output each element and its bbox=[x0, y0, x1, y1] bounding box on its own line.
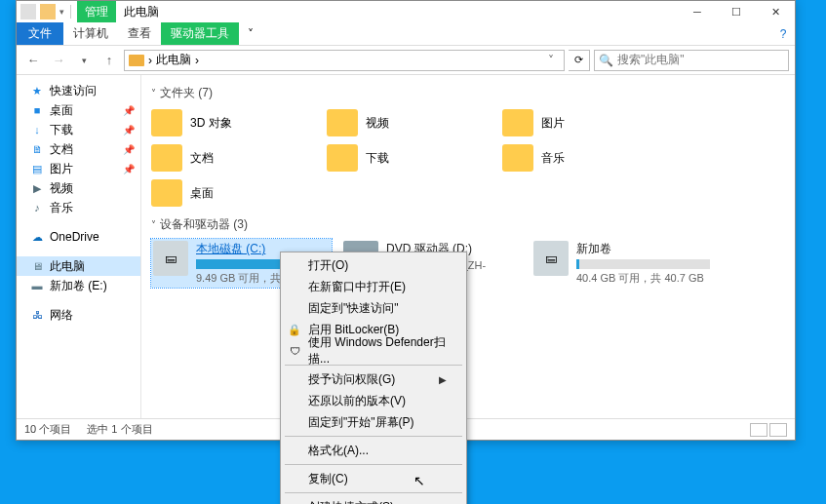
drive-icon: ▬ bbox=[30, 279, 44, 292]
ribbon-tab-file[interactable]: 文件 bbox=[17, 22, 63, 45]
quick-access-toolbar: ▾ bbox=[17, 1, 77, 22]
ctx-give-access[interactable]: 授予访问权限(G)▶ bbox=[283, 368, 464, 390]
folder-desktop[interactable]: 桌面 bbox=[151, 177, 317, 209]
submenu-arrow-icon: ▶ bbox=[439, 374, 447, 385]
group-header-drives[interactable]: ˅ 设备和驱动器 (3) bbox=[151, 216, 785, 233]
nav-recent-icon[interactable]: ▾ bbox=[73, 50, 95, 71]
hdd-icon: 🖴 bbox=[533, 241, 569, 276]
folder-music[interactable]: 音乐 bbox=[502, 142, 668, 174]
drive-label: 新加卷 bbox=[576, 241, 710, 257]
folder-downloads[interactable]: 下载 bbox=[327, 142, 492, 174]
nav-videos[interactable]: ▶视频 bbox=[17, 178, 140, 198]
collapse-icon: ˅ bbox=[151, 88, 156, 98]
picture-icon: ▤ bbox=[30, 162, 44, 175]
capacity-fill bbox=[196, 259, 284, 269]
folder-icon bbox=[327, 109, 358, 136]
ctx-restore-previous[interactable]: 还原以前的版本(V) bbox=[283, 390, 464, 411]
nav-downloads[interactable]: ↓下载📌 bbox=[17, 120, 140, 139]
thispc-icon bbox=[129, 55, 144, 66]
folder-icon bbox=[502, 109, 533, 136]
desktop-icon: ■ bbox=[30, 103, 44, 117]
help-icon[interactable]: ? bbox=[771, 22, 795, 45]
folder-icon bbox=[151, 179, 182, 207]
separator bbox=[285, 436, 462, 437]
app-icon bbox=[20, 4, 36, 19]
navigation-pane: ★快速访问 ■桌面📌 ↓下载📌 🗎文档📌 ▤图片📌 ▶视频 ♪音乐 ☁OneDr… bbox=[17, 75, 141, 418]
pc-icon: 🖥 bbox=[30, 259, 44, 273]
context-menu: 打开(O) 在新窗口中打开(E) 固定到"快速访问" 🔒启用 BitLocker… bbox=[280, 252, 467, 504]
ctx-open[interactable]: 打开(O) bbox=[283, 254, 464, 276]
cloud-icon: ☁ bbox=[30, 230, 44, 244]
nav-new-volume[interactable]: ▬新加卷 (E:) bbox=[17, 276, 140, 295]
nav-this-pc[interactable]: 🖥此电脑 bbox=[17, 256, 140, 276]
collapse-icon: ˅ bbox=[151, 219, 156, 230]
nav-documents[interactable]: 🗎文档📌 bbox=[17, 139, 140, 159]
nav-quick-access[interactable]: ★快速访问 bbox=[17, 81, 140, 100]
ctx-create-shortcut[interactable]: 创建快捷方式(S) bbox=[283, 496, 464, 504]
folder-3d-objects[interactable]: 3D 对象 bbox=[151, 107, 317, 138]
breadcrumb-sep: › bbox=[148, 54, 152, 67]
pin-icon: 📌 bbox=[123, 105, 135, 116]
nav-desktop[interactable]: ■桌面📌 bbox=[17, 100, 140, 120]
folder-icon bbox=[151, 109, 182, 136]
refresh-button[interactable]: ⟳ bbox=[569, 50, 590, 71]
group-header-folders[interactable]: ˅ 文件夹 (7) bbox=[151, 85, 785, 101]
ribbon-tab-view[interactable]: 查看 bbox=[118, 22, 161, 45]
pin-icon: 📌 bbox=[123, 125, 135, 136]
folder-documents[interactable]: 文档 bbox=[151, 142, 317, 174]
nav-up-button[interactable]: ↑ bbox=[98, 50, 120, 71]
close-button[interactable]: ✕ bbox=[756, 1, 795, 22]
ctx-copy[interactable]: 复制(C) bbox=[283, 468, 464, 489]
drive-new-volume-e[interactable]: 🖴 新加卷 40.4 GB 可用，共 40.7 GB bbox=[531, 239, 712, 288]
qat-dropdown-icon[interactable]: ▾ bbox=[59, 7, 64, 17]
shield-icon: 🛡 bbox=[287, 343, 302, 359]
qat-button[interactable] bbox=[40, 4, 56, 19]
folder-videos[interactable]: 视频 bbox=[327, 107, 492, 138]
pin-icon: 📌 bbox=[123, 164, 135, 174]
breadcrumb[interactable]: › 此电脑 › ˅ bbox=[124, 50, 565, 71]
nav-onedrive[interactable]: ☁OneDrive bbox=[17, 227, 140, 247]
nav-back-button[interactable]: ← bbox=[22, 50, 44, 71]
folder-pictures[interactable]: 图片 bbox=[502, 107, 668, 138]
ctx-defender-scan[interactable]: 🛡使用 Windows Defender扫描... bbox=[283, 340, 464, 362]
network-icon: 🖧 bbox=[30, 308, 44, 322]
breadcrumb-dropdown-icon[interactable]: ˅ bbox=[542, 54, 560, 67]
music-icon: ♪ bbox=[30, 201, 44, 214]
pin-icon: 📌 bbox=[123, 144, 135, 155]
lock-icon: 🔒 bbox=[287, 322, 302, 337]
view-icons-button[interactable] bbox=[769, 423, 787, 437]
content-pane: ˅ 文件夹 (7) 3D 对象 视频 图片 文档 下载 音乐 桌面 ˅ 设备和驱… bbox=[141, 75, 795, 418]
ctx-open-new-window[interactable]: 在新窗口中打开(E) bbox=[283, 276, 464, 297]
window-title: 此电脑 bbox=[116, 1, 167, 22]
ribbon-collapse-icon[interactable]: ˅ bbox=[239, 22, 262, 45]
nav-pictures[interactable]: ▤图片📌 bbox=[17, 159, 140, 178]
capacity-fill bbox=[576, 259, 579, 269]
maximize-button[interactable]: ☐ bbox=[717, 1, 756, 22]
address-bar-row: ← → ▾ ↑ › 此电脑 › ˅ ⟳ 🔍 搜索"此电脑" bbox=[17, 46, 795, 75]
ctx-format[interactable]: 格式化(A)... bbox=[283, 440, 464, 461]
separator bbox=[70, 5, 71, 19]
ribbon-tab-computer[interactable]: 计算机 bbox=[63, 22, 118, 45]
folder-icon bbox=[502, 144, 533, 172]
download-icon: ↓ bbox=[30, 123, 44, 136]
document-icon: 🗎 bbox=[30, 142, 44, 156]
hdd-icon: 🖴 bbox=[153, 241, 188, 276]
search-input[interactable]: 🔍 搜索"此电脑" bbox=[594, 50, 789, 71]
folder-icon bbox=[151, 144, 182, 172]
status-item-count: 10 个项目 bbox=[24, 422, 71, 437]
ribbon-tab-drive-tools[interactable]: 驱动器工具 bbox=[161, 22, 239, 45]
search-icon: 🔍 bbox=[599, 54, 613, 67]
separator bbox=[285, 464, 462, 465]
nav-network[interactable]: 🖧网络 bbox=[17, 305, 140, 325]
ctx-pin-start[interactable]: 固定到"开始"屏幕(P) bbox=[283, 411, 464, 433]
star-icon: ★ bbox=[30, 84, 44, 97]
ctx-pin-quick-access[interactable]: 固定到"快速访问" bbox=[283, 297, 464, 319]
nav-music[interactable]: ♪音乐 bbox=[17, 198, 140, 217]
titlebar: ▾ 管理 此电脑 ─ ☐ ✕ bbox=[17, 1, 795, 22]
minimize-button[interactable]: ─ bbox=[678, 1, 717, 22]
view-details-button[interactable] bbox=[750, 423, 767, 437]
breadcrumb-segment[interactable]: 此电脑 bbox=[156, 52, 191, 68]
status-selected-count: 选中 1 个项目 bbox=[87, 422, 152, 437]
nav-forward-button[interactable]: → bbox=[48, 50, 69, 71]
ribbon: 文件 计算机 查看 驱动器工具 ˅ ? bbox=[17, 22, 795, 46]
